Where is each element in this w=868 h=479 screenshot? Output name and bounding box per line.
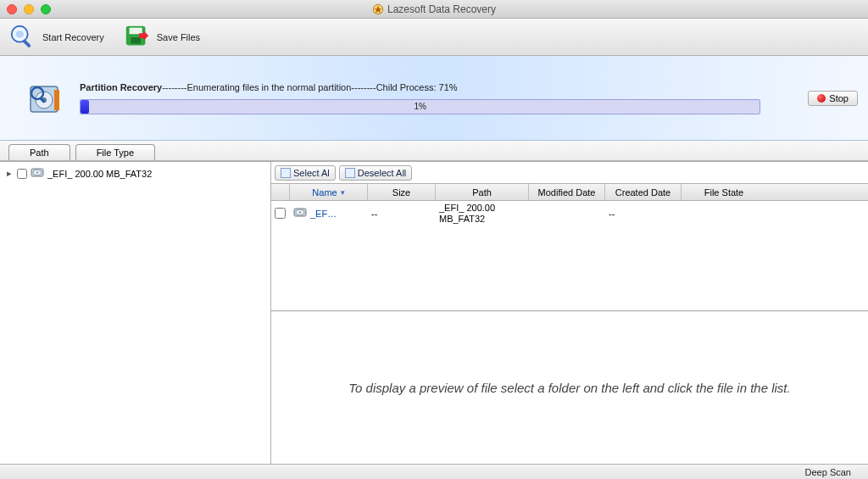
- stop-icon: [817, 94, 826, 103]
- save-files-label: Save Files: [157, 32, 200, 42]
- column-modified[interactable]: Modified Date: [529, 184, 605, 200]
- checkbox-icon: [281, 168, 291, 178]
- app-logo-icon: [372, 3, 384, 15]
- folder-tree-pane: ▸ _EFI_ 200.00 MB_FAT32: [0, 162, 271, 464]
- tree-root-checkbox[interactable]: [17, 169, 27, 179]
- scanning-drive-icon: [25, 78, 66, 119]
- file-table-header: Name▾ Size Path Modified Date Created Da…: [271, 184, 868, 201]
- row-checkbox[interactable]: [275, 208, 286, 219]
- tree-root-row[interactable]: ▸ _EFI_ 200.00 MB_FAT32: [5, 165, 265, 181]
- column-size[interactable]: Size: [368, 184, 436, 200]
- progress-panel: Partition Recovery--------Enumerating fi…: [0, 56, 868, 141]
- status-bar: Deep Scan: [0, 464, 868, 479]
- row-created: --: [605, 203, 682, 224]
- row-size: --: [368, 203, 436, 224]
- deselect-all-button[interactable]: Deselect All: [339, 165, 412, 181]
- progress-title: Partition Recovery: [80, 82, 162, 92]
- expand-arrow-icon[interactable]: ▸: [5, 168, 14, 179]
- progress-detail: --------Enumerating files in the normal …: [162, 82, 457, 92]
- progress-bar: 1%: [80, 99, 760, 114]
- column-created[interactable]: Created Date: [605, 184, 682, 200]
- svg-rect-13: [54, 90, 59, 110]
- view-tabs: Path File Type: [0, 141, 868, 161]
- preview-placeholder: To display a preview of file select a fo…: [271, 311, 868, 464]
- svg-rect-2: [22, 38, 31, 47]
- file-list-pane: Select Al Deselect All Name▾ Size Path M…: [271, 162, 868, 464]
- zoom-window-button[interactable]: [41, 4, 51, 14]
- window-title: Lazesoft Data Recovery: [387, 3, 496, 15]
- svg-rect-5: [129, 27, 142, 34]
- titlebar: Lazesoft Data Recovery: [0, 0, 868, 19]
- svg-point-0: [373, 4, 382, 14]
- start-recovery-label: Start Recovery: [42, 32, 104, 42]
- column-path[interactable]: Path: [436, 184, 529, 200]
- svg-rect-7: [139, 33, 145, 38]
- progress-bar-percent: 1%: [81, 100, 760, 114]
- disk-icon: [31, 167, 44, 180]
- checkbox-empty-icon: [345, 168, 355, 178]
- sort-arrow-icon: ▾: [341, 188, 345, 197]
- row-modified: [529, 203, 605, 224]
- close-window-button[interactable]: [7, 4, 17, 14]
- save-files-button[interactable]: Save Files: [123, 23, 200, 52]
- stop-label: Stop: [829, 93, 849, 103]
- stop-button[interactable]: Stop: [808, 91, 858, 106]
- window-controls: [0, 4, 51, 14]
- svg-point-3: [16, 30, 24, 37]
- disk-icon: [293, 207, 307, 220]
- table-row[interactable]: _EF… -- _EFI_ 200.00 MB_FAT32 --: [271, 201, 868, 226]
- row-path: _EFI_ 200.00 MB_FAT32: [436, 203, 529, 224]
- main-content: ▸ _EFI_ 200.00 MB_FAT32 Select Al Desele…: [0, 161, 868, 464]
- deselect-all-label: Deselect All: [358, 168, 406, 178]
- tree-root-label: _EFI_ 200.00 MB_FAT32: [47, 169, 152, 179]
- magnifier-disk-icon: [8, 23, 37, 52]
- scan-mode-label: Deep Scan: [805, 467, 851, 477]
- row-name: _EF…: [310, 209, 337, 219]
- column-name[interactable]: Name▾: [290, 184, 368, 200]
- column-file-state[interactable]: File State: [682, 184, 766, 200]
- svg-point-19: [299, 212, 301, 214]
- svg-point-16: [36, 172, 38, 174]
- select-all-button[interactable]: Select Al: [275, 165, 336, 181]
- start-recovery-button[interactable]: Start Recovery: [8, 23, 104, 52]
- tab-file-type[interactable]: File Type: [75, 144, 155, 160]
- selection-bar: Select Al Deselect All: [271, 162, 868, 184]
- tab-path[interactable]: Path: [8, 144, 70, 160]
- save-disk-icon: [123, 23, 152, 52]
- toolbar: Start Recovery Save Files: [0, 19, 868, 56]
- select-all-label: Select Al: [293, 168, 330, 178]
- minimize-window-button[interactable]: [24, 4, 34, 14]
- progress-status-text: Partition Recovery--------Enumerating fi…: [80, 82, 760, 92]
- row-state: [682, 203, 766, 224]
- svg-rect-6: [131, 37, 140, 44]
- column-checkbox[interactable]: [271, 184, 290, 200]
